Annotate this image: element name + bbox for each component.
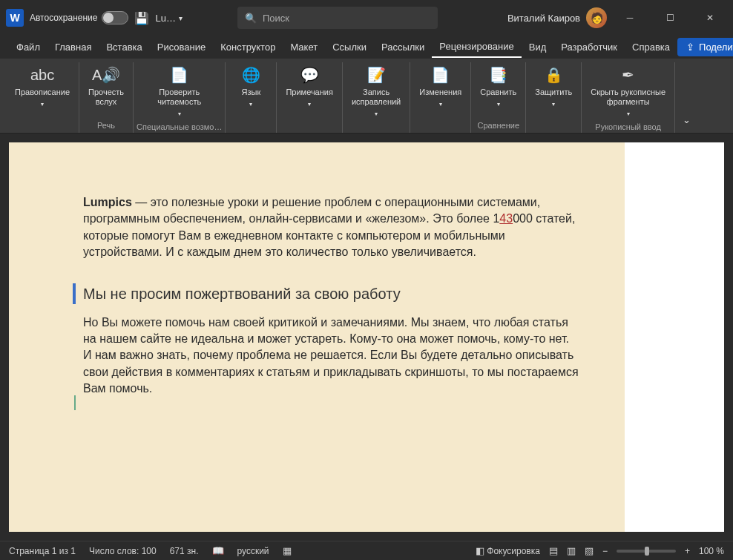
ribbon-icon: 🌐 (242, 65, 260, 85)
ribbon-button[interactable]: ✒Скрыть рукописныефрагменты▾ (585, 62, 671, 121)
tab-insert[interactable]: Вставка (99, 37, 149, 57)
ribbon-group-title: Речь (97, 119, 115, 133)
maximize-button[interactable]: ☐ (653, 6, 687, 30)
ribbon-group-title: Сравнение (477, 119, 519, 133)
autosave-toggle[interactable] (102, 11, 128, 24)
avatar[interactable]: 🧑 (586, 7, 607, 28)
paragraph-1[interactable]: Lumpics — это полезные уроки и решение п… (83, 194, 580, 261)
zoom-in[interactable]: + (685, 546, 690, 556)
ribbon-button[interactable]: 🌐Язык▾ (229, 62, 273, 111)
ribbon-collapse[interactable]: ⌄ (675, 62, 697, 133)
tab-draw[interactable]: Рисование (150, 37, 213, 57)
book-icon[interactable]: 📖 (212, 545, 224, 556)
zoom-slider[interactable] (617, 550, 676, 553)
ribbon-group-title (41, 119, 43, 133)
ribbon-button[interactable]: 📄Проверитьчитаемость▾ (151, 62, 207, 121)
status-language[interactable]: русский (237, 546, 269, 556)
ribbon-group-title (250, 119, 252, 133)
ribbon-group-title (439, 119, 441, 133)
ribbon-label: Примечания (286, 88, 333, 97)
status-words[interactable]: Число слов: 100 (89, 546, 157, 556)
revision-mark[interactable] (74, 395, 76, 410)
focus-mode[interactable]: ◧ Фокусировка (476, 545, 540, 556)
ribbon-icon: 💬 (300, 65, 319, 85)
ribbon-button[interactable]: 📑Сравнить▾ (474, 62, 522, 111)
chevron-down-icon: ▾ (308, 101, 311, 108)
ribbon-button[interactable]: 📄Изменения▾ (413, 62, 467, 111)
close-button[interactable]: ✕ (693, 6, 727, 30)
ribbon-group: 🔒Защитить▾ (526, 62, 582, 133)
ribbon-group: abcПравописание▾ (6, 62, 79, 133)
ribbon-label: Защитить (535, 88, 572, 97)
ribbon-label: Правописание (15, 88, 70, 97)
search-icon: 🔍 (245, 13, 257, 24)
chevron-down-icon: ▾ (627, 111, 630, 118)
ribbon-group: 📑Сравнить▾Сравнение (471, 62, 526, 133)
ribbon-label: Изменения (419, 88, 461, 97)
tab-view[interactable]: Вид (522, 37, 554, 57)
ribbon-icon: 📄 (431, 65, 450, 85)
view-read-icon[interactable]: ▤ (549, 545, 558, 556)
ribbon-icon: A🔊 (92, 65, 120, 85)
document-name[interactable]: Lu… ▾ (155, 13, 182, 24)
document-page[interactable]: Lumpics — это полезные уроки и решение п… (9, 142, 625, 532)
minimize-button[interactable]: ─ (613, 6, 647, 30)
ribbon-icon: ✒ (622, 65, 634, 85)
focus-icon: ◧ (476, 545, 487, 556)
ribbon-icon: 📑 (489, 65, 507, 85)
ribbon-group-title: Специальные возмо… (137, 121, 222, 133)
ribbon-group: 📝Записьисправлений▾ (343, 62, 410, 133)
document-area: Lumpics — это полезные уроки и решение п… (0, 134, 733, 541)
tab-references[interactable]: Ссылки (325, 37, 374, 57)
tab-design[interactable]: Конструктор (213, 37, 283, 57)
chevron-down-icon: ▾ (178, 111, 181, 118)
ribbon-group: A🔊ПрочестьвслухРечь (79, 62, 134, 133)
tab-layout[interactable]: Макет (283, 37, 325, 57)
chevron-down-icon: ▾ (552, 101, 555, 108)
ribbon-label: Язык (242, 88, 261, 97)
chevron-down-icon: ▾ (497, 101, 500, 108)
ribbon-button[interactable]: 💬Примечания▾ (280, 62, 339, 111)
ribbon-icon: abc (30, 65, 54, 85)
ribbon-group-title: Рукописный ввод (595, 121, 661, 133)
ribbon-group-title (375, 121, 378, 133)
zoom-out[interactable]: − (602, 546, 608, 556)
ribbon: abcПравописание▾ A🔊ПрочестьвслухРечь📄Про… (0, 59, 733, 134)
ribbon-button[interactable]: A🔊Прочестьвслух (82, 62, 130, 110)
save-icon[interactable]: 💾 (134, 11, 149, 25)
paragraph-2[interactable]: Но Вы можете помочь нам своей критикой и… (83, 314, 580, 398)
tab-home[interactable]: Главная (47, 37, 99, 57)
search-input[interactable]: 🔍 Поиск (237, 7, 438, 29)
heading-2[interactable]: Мы не просим пожертвований за свою работ… (73, 283, 580, 304)
view-print-icon[interactable]: ▥ (567, 545, 576, 556)
tab-help[interactable]: Справка (625, 37, 677, 57)
tab-mailings[interactable]: Рассылки (374, 37, 432, 57)
ribbon-label: Сравнить (480, 88, 516, 97)
tab-file[interactable]: Файл (9, 37, 47, 57)
tracked-change[interactable]: 43 (499, 212, 513, 225)
ribbon-button[interactable]: abcПравописание▾ (9, 62, 76, 111)
ribbon-group: 📄Изменения▾ (410, 62, 471, 133)
status-chars[interactable]: 671 зн. (170, 546, 199, 556)
word-app-icon[interactable]: W (6, 9, 24, 27)
ribbon-group-title (553, 119, 555, 133)
ribbon-label: Прочестьвслух (88, 88, 124, 107)
tab-review[interactable]: Рецензирование (432, 36, 521, 58)
ribbon-button[interactable]: 📝Записьисправлений▾ (346, 62, 407, 121)
user-account[interactable]: Виталий Каиров 🧑 (507, 7, 607, 28)
status-bar: Страница 1 из 1 Число слов: 100 671 зн. … (0, 541, 733, 560)
ribbon-button[interactable]: 🔒Защитить▾ (529, 62, 578, 111)
macro-icon[interactable]: ▦ (283, 545, 292, 556)
ribbon-group-title (309, 119, 311, 133)
status-page[interactable]: Страница 1 из 1 (9, 546, 76, 556)
ribbon-group: ✒Скрыть рукописныефрагменты▾Рукописный в… (582, 62, 675, 133)
chevron-down-icon: ▾ (41, 101, 44, 108)
zoom-level[interactable]: 100 % (699, 546, 724, 556)
view-web-icon[interactable]: ▨ (585, 545, 594, 556)
ribbon-tabs: Файл Главная Вставка Рисование Конструкт… (0, 36, 733, 59)
autosave-control[interactable]: Автосохранение (30, 11, 128, 24)
titlebar: W Автосохранение 💾 Lu… ▾ 🔍 Поиск Виталий… (0, 0, 733, 36)
tab-developer[interactable]: Разработчик (553, 37, 625, 57)
autosave-label: Автосохранение (30, 13, 97, 23)
share-button[interactable]: ⇪ Поделиться (677, 38, 733, 56)
